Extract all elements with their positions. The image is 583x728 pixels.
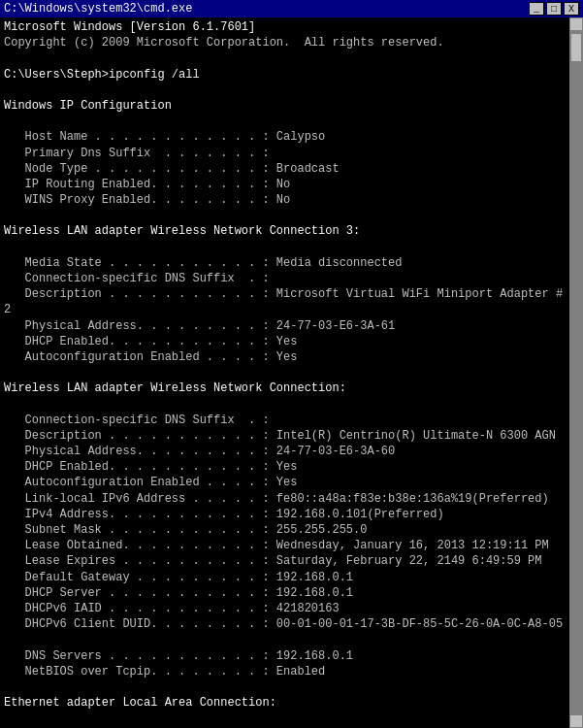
scrollbar[interactable]: ▲ ▼ (569, 17, 583, 728)
console-content: Microsoft Windows [Version 6.1.7601] Cop… (4, 19, 579, 728)
minimize-button[interactable]: _ (529, 2, 544, 16)
scroll-thumb[interactable] (570, 33, 582, 62)
window-title: C:\Windows\system32\cmd.exe (4, 2, 192, 16)
scroll-down-button[interactable]: ▼ (569, 714, 583, 728)
cmd-window: C:\Windows\system32\cmd.exe _ □ X Micros… (0, 0, 583, 728)
title-bar: C:\Windows\system32\cmd.exe _ □ X (0, 0, 583, 17)
scroll-up-button[interactable]: ▲ (569, 17, 583, 31)
close-button[interactable]: X (564, 2, 579, 16)
window-controls: _ □ X (529, 2, 579, 16)
maximize-button[interactable]: □ (546, 2, 562, 16)
console-area[interactable]: Microsoft Windows [Version 6.1.7601] Cop… (0, 17, 583, 728)
